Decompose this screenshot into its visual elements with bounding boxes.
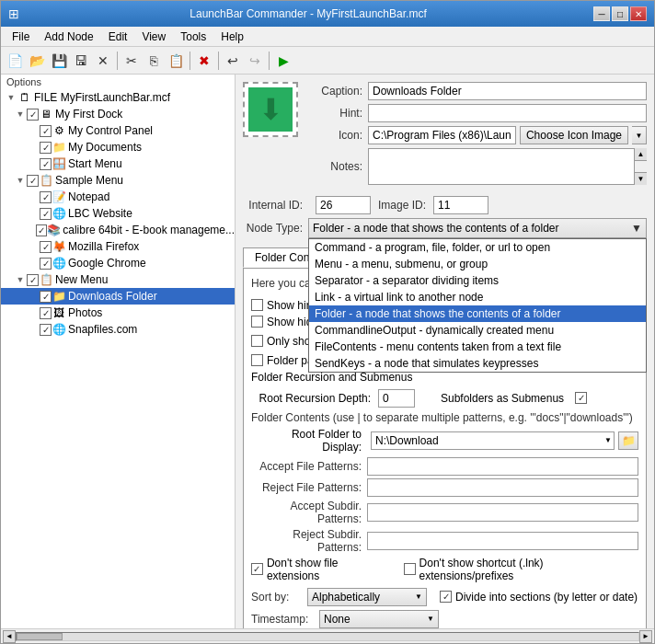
checkbox-dock[interactable] bbox=[27, 109, 39, 121]
saveas-button[interactable]: 🖫 bbox=[71, 51, 91, 71]
menu-file[interactable]: File bbox=[5, 29, 37, 45]
accept-files-input[interactable] bbox=[367, 457, 638, 476]
close-file-button[interactable]: ✕ bbox=[93, 51, 113, 71]
show-hints-checkbox[interactable] bbox=[251, 299, 263, 311]
tree-item-chrome[interactable]: · 🌐 Google Chrome bbox=[1, 255, 235, 271]
toolbar-sep-3 bbox=[218, 52, 219, 70]
paste-button[interactable]: 📋 bbox=[166, 51, 186, 71]
close-button[interactable]: ✕ bbox=[630, 6, 647, 21]
expander-1[interactable]: ▼ bbox=[14, 109, 27, 119]
scroll-right[interactable]: ► bbox=[639, 630, 652, 643]
tree-item-sample[interactable]: ▼ 📋 Sample Menu bbox=[1, 172, 235, 189]
scroll-left[interactable]: ◄ bbox=[3, 630, 16, 643]
hint-input[interactable] bbox=[368, 104, 647, 122]
show-hidden-checkbox[interactable] bbox=[251, 316, 263, 328]
internal-id-input[interactable] bbox=[316, 196, 371, 214]
maximize-button[interactable]: □ bbox=[612, 6, 628, 21]
no-shortcut-checkbox[interactable] bbox=[404, 563, 416, 575]
checkbox-docs[interactable] bbox=[40, 142, 52, 154]
main-window: ⊞ LaunchBar Commander - MyFirstLaunchBar… bbox=[0, 0, 655, 644]
tree-item-lbc[interactable]: · 🌐 LBC Website bbox=[1, 205, 235, 222]
choose-icon-dropdown[interactable]: ▼ bbox=[632, 126, 647, 144]
menu-add-node[interactable]: Add Node bbox=[37, 29, 100, 45]
open-button[interactable]: 📂 bbox=[27, 51, 47, 71]
run-button[interactable]: ▶ bbox=[273, 51, 293, 71]
save-button[interactable]: 💾 bbox=[49, 51, 69, 71]
checkbox-snapfiles[interactable] bbox=[40, 324, 52, 336]
divide-checkbox[interactable] bbox=[440, 591, 452, 603]
tree-item-control-panel[interactable]: · ⚙ My Control Panel bbox=[1, 122, 235, 139]
undo-button[interactable]: ↩ bbox=[223, 51, 243, 71]
option-separator[interactable]: Separator - a separator dividing items bbox=[309, 272, 646, 289]
minimize-button[interactable]: ─ bbox=[593, 6, 610, 21]
root-recursion-input[interactable] bbox=[378, 389, 415, 408]
node-type-popup: Command - a program, file, folder, or ur… bbox=[308, 238, 647, 373]
checkbox-notepad[interactable] bbox=[40, 191, 52, 203]
tree-item-firefox[interactable]: · 🦊 Mozilla Firefox bbox=[1, 238, 235, 255]
no-ext-checkbox[interactable] bbox=[251, 563, 263, 575]
tree-item-file[interactable]: ▼ 🗒 FILE MyFirstLaunchBar.mcf bbox=[1, 89, 235, 106]
checkbox-new-menu[interactable] bbox=[27, 274, 39, 286]
icon-path-input[interactable] bbox=[368, 126, 516, 144]
tree-item-photos[interactable]: · 🖼 Photos bbox=[1, 305, 235, 321]
toolbar-sep-4 bbox=[269, 52, 270, 70]
node-type-arrow: ▼ bbox=[631, 222, 642, 235]
checkbox-sample[interactable] bbox=[27, 175, 39, 187]
tree-item-new-menu[interactable]: ▼ 📋 New Menu bbox=[1, 271, 235, 288]
sort-select[interactable]: Alphabetically ▼ bbox=[307, 588, 427, 606]
checkbox-chrome[interactable] bbox=[40, 258, 52, 270]
scrollbar-track[interactable] bbox=[16, 632, 639, 641]
tree-item-start[interactable]: · 🪟 Start Menu bbox=[1, 155, 235, 172]
checkbox-firefox[interactable] bbox=[40, 241, 52, 253]
choose-icon-button[interactable]: Choose Icon Image bbox=[520, 126, 628, 144]
checkbox-downloads[interactable] bbox=[40, 291, 52, 303]
node-type-select[interactable]: Folder - a node that shows the contents … bbox=[308, 218, 647, 238]
tree-item-snapfiles[interactable]: · 🌐 Snapfiles.com bbox=[1, 321, 235, 338]
new-button[interactable]: 📄 bbox=[5, 51, 25, 71]
checkbox-start[interactable] bbox=[40, 158, 52, 170]
scroll-down[interactable]: ▼ bbox=[635, 172, 647, 185]
ts-select[interactable]: None ▼ bbox=[319, 610, 439, 628]
menu-help[interactable]: Help bbox=[213, 29, 251, 45]
root-folder-dropdown[interactable]: N:\Download ▼ bbox=[371, 431, 615, 450]
scroll-up[interactable]: ▲ bbox=[635, 148, 647, 161]
checkbox-calibre[interactable] bbox=[36, 224, 47, 236]
browse-button[interactable]: 📁 bbox=[618, 431, 638, 450]
redo-button[interactable]: ↪ bbox=[245, 51, 265, 71]
tree-item-documents[interactable]: · 📁 My Documents bbox=[1, 139, 235, 155]
option-link[interactable]: Link - a virtual link to another node bbox=[309, 289, 646, 305]
copy-button[interactable]: ⎘ bbox=[144, 51, 164, 71]
option-sendkeys[interactable]: SendKeys - a node that simulates keypres… bbox=[309, 355, 646, 372]
tree-item-dock[interactable]: ▼ 🖥 My First Dock bbox=[1, 106, 235, 122]
caption-input[interactable] bbox=[368, 82, 647, 100]
tree-item-calibre[interactable]: · 📚 calibre 64bit - E-book manageme... bbox=[1, 222, 235, 238]
menu-view[interactable]: View bbox=[134, 29, 173, 45]
subfolders-checkbox[interactable] bbox=[575, 392, 587, 404]
subfolder-pattern-checkbox[interactable] bbox=[251, 354, 263, 366]
image-id-input[interactable] bbox=[433, 196, 488, 214]
menu-edit[interactable]: Edit bbox=[101, 29, 135, 45]
notes-input[interactable] bbox=[368, 148, 647, 185]
checkbox-photos[interactable] bbox=[40, 307, 52, 319]
expander-5[interactable]: ▼ bbox=[14, 176, 27, 185]
checkbox-cp[interactable] bbox=[40, 125, 52, 137]
expander-0[interactable]: ▼ bbox=[5, 93, 17, 102]
reject-subdir-input[interactable] bbox=[367, 532, 638, 550]
cut-button[interactable]: ✂ bbox=[121, 51, 142, 71]
checkbox-lbc[interactable] bbox=[40, 208, 52, 220]
node-icon-inner: ⬇ bbox=[248, 87, 293, 132]
option-cmdline[interactable]: CommandlineOutput - dynamically created … bbox=[309, 322, 646, 339]
option-filecontents[interactable]: FileContents - menu contents taken from … bbox=[309, 339, 646, 355]
newer-than-checkbox[interactable] bbox=[251, 335, 263, 347]
delete-button[interactable]: ✖ bbox=[194, 51, 214, 71]
tree-item-notepad[interactable]: · 📝 Notepad bbox=[1, 189, 235, 205]
option-menu[interactable]: Menu - a menu, submenu, or group bbox=[309, 256, 646, 272]
expander-11[interactable]: ▼ bbox=[14, 275, 27, 284]
accept-subdir-input[interactable] bbox=[367, 503, 638, 522]
option-folder[interactable]: Folder - a node that shows the contents … bbox=[309, 305, 646, 322]
scrollbar-thumb[interactable] bbox=[17, 633, 63, 640]
menu-tools[interactable]: Tools bbox=[173, 29, 213, 45]
tree-item-downloads[interactable]: · 📁 Downloads Folder bbox=[1, 288, 235, 305]
reject-files-input[interactable] bbox=[367, 478, 638, 497]
option-command[interactable]: Command - a program, file, folder, or ur… bbox=[309, 239, 646, 256]
